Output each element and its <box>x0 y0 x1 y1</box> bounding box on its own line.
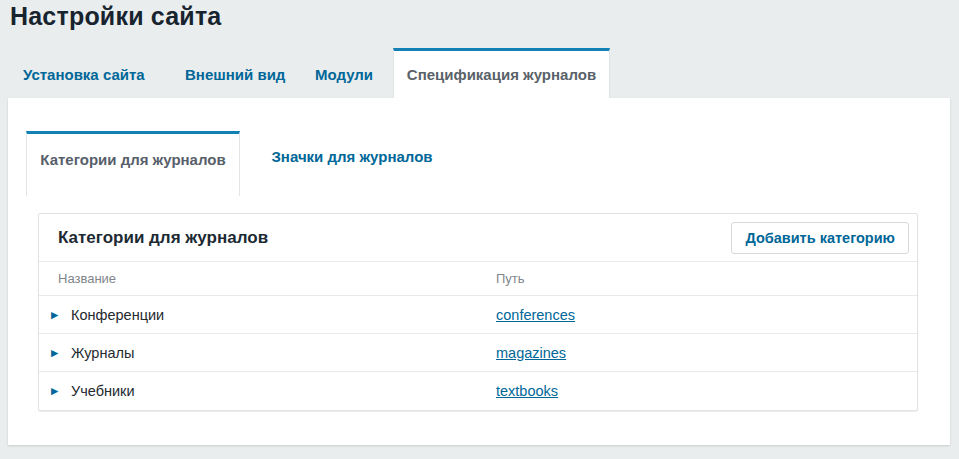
tab-appearance[interactable]: Внешний вид <box>185 66 285 83</box>
grid-header: Категории для журналов Добавить категори… <box>39 214 917 261</box>
category-path-link[interactable]: textbooks <box>496 383 558 399</box>
triangle-right-icon[interactable]: ▶ <box>51 348 58 358</box>
tab-plugins[interactable]: Модули <box>315 66 373 83</box>
settings-panel: Категории для журналов Значки для журнал… <box>8 98 950 445</box>
grid-column-headers: Название Путь <box>39 261 917 295</box>
category-row: ▶ Учебники textbooks <box>39 371 917 409</box>
page-title: Настройки сайта <box>10 2 221 31</box>
add-category-button[interactable]: Добавить категорию <box>731 222 909 254</box>
category-path-link[interactable]: magazines <box>496 345 566 361</box>
tab-journal-specification-active[interactable]: Спецификация журналов <box>393 48 610 98</box>
grid-title: Категории для журналов <box>58 228 268 248</box>
triangle-right-icon[interactable]: ▶ <box>51 386 58 396</box>
categories-grid: Категории для журналов Добавить категори… <box>38 213 918 411</box>
category-row: ▶ Конференции conferences <box>39 295 917 333</box>
site-settings-page: Настройки сайта Установка сайта Внешний … <box>0 0 959 459</box>
category-path-link[interactable]: conferences <box>496 307 575 323</box>
category-row: ▶ Журналы magazines <box>39 333 917 371</box>
tab-site-setup[interactable]: Установка сайта <box>23 66 145 83</box>
triangle-right-icon[interactable]: ▶ <box>51 310 58 320</box>
column-header-name: Название <box>39 271 116 286</box>
subtab-journal-badges[interactable]: Значки для журналов <box>262 148 442 165</box>
subtab-journal-categories-active[interactable]: Категории для журналов <box>26 131 240 196</box>
column-header-path: Путь <box>496 271 525 286</box>
